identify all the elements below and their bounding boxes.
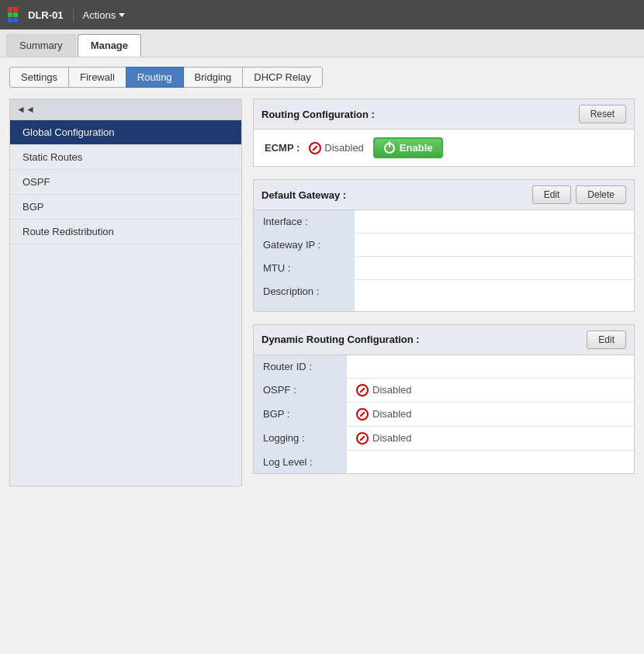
ecmp-disabled-badge: Disabled — [309, 142, 364, 154]
sub-tabs: Settings Firewall Routing Bridging DHCP … — [9, 67, 635, 88]
logging-value: Disabled — [347, 426, 634, 450]
bgp-disabled-icon — [356, 408, 369, 420]
tab-manage[interactable]: Manage — [78, 34, 141, 57]
enable-button[interactable]: Enable — [373, 137, 444, 158]
actions-button[interactable]: Actions — [74, 6, 135, 24]
bgp-value: Disabled — [347, 402, 634, 426]
bgp-status: Disabled — [356, 408, 625, 420]
disabled-icon — [309, 142, 321, 154]
log-level-value — [347, 450, 634, 473]
dynamic-routing-header: Dynamic Routing Configuration : Edit — [254, 325, 634, 355]
dynamic-routing-table: Router ID : OSPF : Disabled — [254, 355, 634, 473]
routing-configuration-header: Routing Configuration : Reset — [254, 99, 634, 130]
dynamic-routing-edit-button[interactable]: Edit — [587, 330, 626, 349]
ospf-disabled-icon — [356, 384, 369, 396]
logging-label: Logging : — [254, 426, 347, 450]
power-icon — [384, 143, 395, 154]
actions-label: Actions — [83, 9, 116, 21]
dynamic-routing-section: Dynamic Routing Configuration : Edit Rou… — [253, 324, 635, 474]
bgp-status-text: Disabled — [372, 408, 412, 420]
logging-disabled-icon — [356, 432, 369, 445]
dropdown-arrow-icon — [119, 13, 125, 17]
interface-value — [355, 210, 634, 234]
mtu-label: MTU : — [254, 257, 355, 280]
logging-status-text: Disabled — [372, 432, 412, 444]
table-row: BGP : Disabled — [254, 402, 634, 426]
panel-layout: ◄◄ Global Configuration Static Routes OS… — [9, 99, 635, 486]
ecmp-row: ECMP : Disabled Enable — [254, 130, 634, 166]
table-row: Log Level : — [254, 450, 634, 473]
ecmp-status-text: Disabled — [324, 142, 364, 154]
ospf-value: Disabled — [347, 378, 634, 402]
sidebar-collapse-button[interactable]: ◄◄ — [10, 99, 241, 120]
subtab-dhcp-relay[interactable]: DHCP Relay — [242, 67, 322, 88]
table-row: OSPF : Disabled — [254, 378, 634, 402]
app-title: DLR-01 — [8, 7, 74, 22]
sidebar-item-static-routes[interactable]: Static Routes — [10, 145, 241, 170]
content-area: Settings Firewall Routing Bridging DHCP … — [0, 57, 644, 654]
table-row: Description : — [254, 280, 634, 311]
ospf-status-text: Disabled — [372, 384, 412, 396]
default-gateway-header: Default Gateway : Edit Delete — [254, 180, 634, 210]
routing-configuration-actions: Reset — [579, 105, 626, 123]
app-icon — [8, 7, 23, 22]
routing-configuration-section: Routing Configuration : Reset ECMP : Dis… — [253, 99, 635, 167]
default-gateway-table: Interface : Gateway IP : MTU : Desc — [254, 210, 634, 311]
default-gateway-delete-button[interactable]: Delete — [576, 185, 626, 204]
default-gateway-title: Default Gateway : — [261, 189, 346, 201]
routing-configuration-title: Routing Configuration : — [261, 109, 375, 120]
sidebar-item-ospf[interactable]: OSPF — [10, 170, 241, 195]
tab-summary[interactable]: Summary — [6, 34, 76, 57]
log-level-label: Log Level : — [254, 450, 347, 473]
sidebar-item-global[interactable]: Global Configuration — [10, 120, 241, 145]
gateway-ip-label: Gateway IP : — [254, 234, 355, 257]
reset-button[interactable]: Reset — [579, 105, 626, 123]
dynamic-routing-actions: Edit — [587, 330, 626, 349]
subtab-bridging[interactable]: Bridging — [183, 67, 244, 88]
table-row: Logging : Disabled — [254, 426, 634, 450]
description-value — [355, 280, 634, 311]
description-label: Description : — [254, 280, 355, 311]
default-gateway-section: Default Gateway : Edit Delete Interface … — [253, 179, 635, 312]
subtab-firewall[interactable]: Firewall — [68, 67, 126, 88]
dynamic-routing-title: Dynamic Routing Configuration : — [261, 334, 420, 345]
table-row: MTU : — [254, 257, 634, 280]
mtu-value — [355, 257, 634, 280]
ospf-label: OSPF : — [254, 378, 347, 402]
default-gateway-actions: Edit Delete — [532, 185, 626, 204]
main-tabs: Summary Manage — [0, 29, 644, 57]
table-row: Router ID : — [254, 355, 634, 379]
device-name-label: DLR-01 — [28, 9, 64, 21]
top-bar: DLR-01 Actions — [0, 0, 644, 29]
subtab-settings[interactable]: Settings — [9, 67, 69, 88]
ecmp-label: ECMP : — [265, 142, 299, 154]
ospf-status: Disabled — [356, 384, 625, 396]
gateway-ip-value — [355, 234, 634, 257]
router-id-value — [347, 355, 634, 379]
default-gateway-edit-button[interactable]: Edit — [532, 185, 572, 204]
right-content: Routing Configuration : Reset ECMP : Dis… — [242, 99, 635, 486]
router-id-label: Router ID : — [254, 355, 347, 379]
table-row: Gateway IP : — [254, 234, 634, 257]
logging-status: Disabled — [356, 432, 625, 445]
interface-label: Interface : — [254, 210, 355, 234]
table-row: Interface : — [254, 210, 634, 234]
subtab-routing[interactable]: Routing — [126, 67, 184, 88]
bgp-label: BGP : — [254, 402, 347, 426]
sidebar-item-bgp[interactable]: BGP — [10, 195, 241, 220]
enable-label: Enable — [400, 142, 433, 154]
sidebar-item-route-redistribution[interactable]: Route Redistribution — [10, 220, 241, 244]
left-sidebar: ◄◄ Global Configuration Static Routes OS… — [9, 99, 242, 486]
